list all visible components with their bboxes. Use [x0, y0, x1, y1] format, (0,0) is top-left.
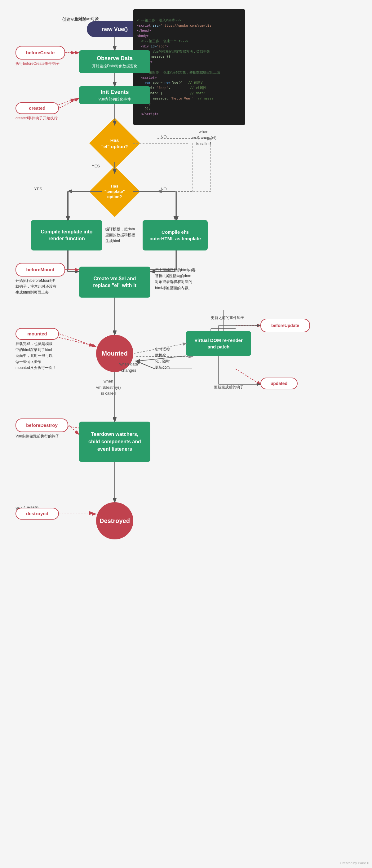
create-vm-label: 用上面编译好的html内容替换el属性指向的dom对象或者选择权对应的html标… — [155, 267, 196, 291]
before-create-sub: 执行beforeCreate事件钩子 — [16, 61, 60, 66]
svg-line-20 — [136, 361, 155, 369]
before-destroy-sub: Vue实例销毁前执行的钩子 — [16, 433, 59, 439]
no-label-2: NO — [161, 186, 167, 192]
when-data-label: when datachanges — [119, 361, 138, 373]
no-label-1: NO — [161, 134, 167, 140]
svg-line-60 — [60, 334, 95, 347]
before-create-hook: beforeCreate — [16, 46, 65, 60]
destroyed-hook: destroyed — [16, 508, 59, 520]
before-update-hook: beforeUpdate — [260, 319, 310, 332]
watermark: Created by Paint X — [340, 861, 369, 865]
yes-label-1: YES — [92, 163, 100, 169]
init-events-node: Init Events Vue内部初始化事件 — [79, 86, 150, 104]
svg-line-62 — [69, 425, 79, 434]
when-vm-mount-label: whenvm.$mount(el)is called — [191, 129, 216, 147]
diagram-container: 创建Vue对象 创建Vue对象 new Vue() <!--第二步: 引入Vue… — [0, 0, 372, 868]
virtual-dom-node: Virtual DOM re-render and patch — [186, 331, 251, 356]
create-vm-node: Create vm.$el and replace "el" with it — [79, 267, 150, 298]
teardown-node: Teardown watchers, child components and … — [79, 422, 150, 462]
observe-data-node: Observe Data 开始监控Data对象数据变化 — [79, 50, 150, 73]
realtime-label: 实时监控数据变化，随时更新dom — [155, 347, 170, 370]
before-mount-sub: 开始执行beforeMount挂载钩子，注意此时还没有生成html到页面上去 — [16, 278, 56, 296]
yes-label-2: YES — [34, 186, 42, 192]
svg-line-28 — [236, 369, 260, 384]
created-sub: created事件钩子开始执行 — [16, 115, 58, 121]
updated-hook: updated — [260, 378, 298, 390]
created-hook: created — [16, 102, 59, 114]
mounted-hook-sub: 挂载完成，也就是模板中的html渲染到了html页面中，此时一般可以做一些aja… — [16, 341, 60, 371]
has-template-diamond: Has"template"option? — [89, 166, 140, 217]
has-el-diamond: Has"el" option? — [89, 118, 140, 168]
compile-label: 编译模板，把data里面的数据和模板生成html — [105, 226, 135, 244]
mounted-hook: mounted — [16, 328, 59, 340]
before-destroy-hook: beforeDestroy — [16, 418, 68, 432]
before-update-sub: 更新之前的事件钩子 — [211, 315, 244, 320]
when-destroy-label: whenvm.$destroy()is called — [96, 378, 121, 397]
compile-el-node: Compile el's outerHTML as template — [143, 220, 208, 250]
destroyed-circle: Destroyed — [96, 502, 133, 539]
svg-line-58 — [60, 99, 79, 108]
compile-template-node: Compile template into render function — [31, 220, 102, 250]
updated-sub: 更新完成后的钩子 — [214, 384, 244, 390]
before-mount-hook: beforeMount — [16, 263, 65, 277]
